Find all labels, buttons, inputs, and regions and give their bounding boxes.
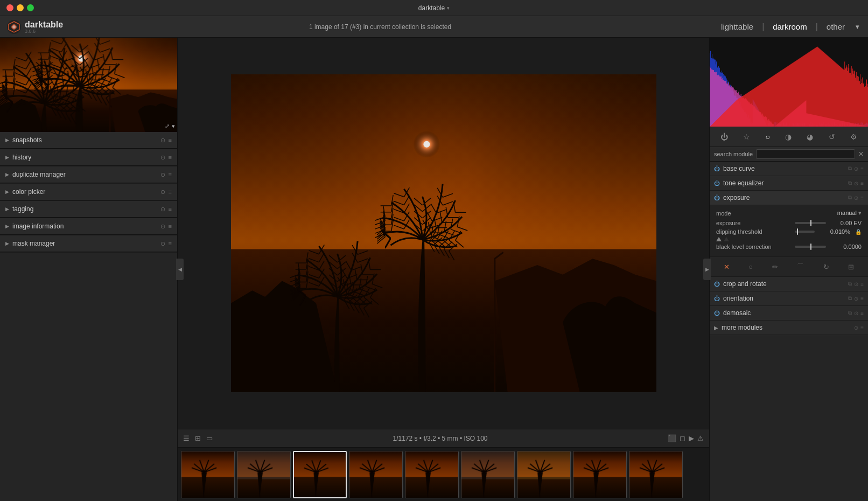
- minimize-button[interactable]: [17, 4, 24, 11]
- demosaic-menu-icon[interactable]: ≡: [860, 310, 864, 316]
- color-display-icon[interactable]: ⬛: [668, 434, 676, 442]
- cp-reset-icon[interactable]: ⊙: [160, 189, 165, 196]
- filmstrip-thumb-8[interactable]: [573, 451, 627, 498]
- base-curve-reset-icon[interactable]: ⊙: [854, 166, 858, 172]
- play-icon[interactable]: ▶: [689, 434, 694, 442]
- warning-icon[interactable]: ⚠: [697, 434, 704, 442]
- more-menu-icon[interactable]: ≡: [860, 325, 864, 331]
- history-header[interactable]: ▶ history ⊙ ≡: [0, 149, 177, 166]
- exposure-multi-icon[interactable]: ⧉: [848, 194, 852, 201]
- exposure-power[interactable]: ⏻: [714, 194, 720, 201]
- mask-reset-icon[interactable]: ⊙: [160, 240, 165, 247]
- history-reset-icon[interactable]: ⊙: [160, 154, 165, 161]
- filmstrip-thumb-6[interactable]: [461, 451, 515, 498]
- tagging-header[interactable]: ▶ tagging ⊙ ≡: [0, 201, 177, 218]
- duplicate-manager-header[interactable]: ▶ duplicate manager ⊙ ≡: [0, 166, 177, 183]
- more-preview-icon[interactable]: ▾: [172, 123, 175, 130]
- exposure-menu-icon[interactable]: ≡: [860, 195, 864, 201]
- demosaic-power[interactable]: ⏻: [714, 310, 720, 316]
- tag-reset-icon[interactable]: ⊙: [160, 206, 165, 213]
- tone-eq-reset-icon[interactable]: ⊙: [854, 180, 858, 186]
- nav-darkroom[interactable]: darkroom: [769, 21, 810, 32]
- brush-draw-tool[interactable]: ✏: [769, 261, 781, 273]
- mode-value[interactable]: manual: [792, 210, 862, 217]
- maximize-button[interactable]: [27, 4, 34, 11]
- image-information-header[interactable]: ▶ image information ⊙ ≡: [0, 218, 177, 235]
- filmstrip-thumb-1[interactable]: [181, 451, 235, 498]
- demosaic-reset-icon[interactable]: ⊙: [854, 310, 858, 316]
- display-icon[interactable]: ▭: [206, 434, 213, 442]
- filmstrip-thumb-3[interactable]: [293, 451, 347, 498]
- orientation-power[interactable]: ⏻: [714, 295, 720, 302]
- dup-reset-icon[interactable]: ⊙: [160, 171, 165, 178]
- tag-menu-icon[interactable]: ≡: [169, 206, 172, 212]
- nav-other[interactable]: other: [823, 21, 848, 32]
- circle-draw-tool[interactable]: ○: [746, 261, 755, 273]
- demosaic-multi-icon[interactable]: ⧉: [848, 310, 852, 316]
- tone-eq-menu-icon[interactable]: ≡: [860, 180, 864, 186]
- menu-icon[interactable]: ☰: [183, 434, 190, 442]
- imginfo-reset-icon[interactable]: ⊙: [160, 223, 165, 230]
- filmstrip-thumb-4[interactable]: [349, 451, 403, 498]
- snapshots-menu-icon[interactable]: ≡: [169, 137, 172, 143]
- base-curve-menu-icon[interactable]: ≡: [860, 166, 864, 172]
- main-photo-canvas[interactable]: [231, 74, 656, 392]
- filmstrip-thumb-5[interactable]: [405, 451, 459, 498]
- warp-draw-tool[interactable]: ↻: [821, 261, 832, 273]
- orientation-multi-icon[interactable]: ⧉: [848, 295, 852, 302]
- overlay-icon[interactable]: ◻: [680, 434, 685, 442]
- nav-dropdown[interactable]: ▾: [853, 22, 862, 32]
- module-exposure[interactable]: ⏻ exposure ⧉ ⊙ ≡: [710, 191, 868, 205]
- exposure-reset-icon[interactable]: ⊙: [854, 195, 858, 201]
- module-base-curve[interactable]: ⏻ base curve ⧉ ⊙ ≡: [710, 162, 868, 176]
- grouping-icon[interactable]: ⊞: [195, 434, 201, 442]
- module-crop-rotate[interactable]: ⏻ crop and rotate ⧉ ⊙ ≡: [710, 277, 868, 291]
- orientation-reset-icon[interactable]: ⊙: [854, 296, 858, 302]
- crop-reset-icon[interactable]: ⊙: [854, 281, 858, 287]
- mask-manager-header[interactable]: ▶ mask manager ⊙ ≡: [0, 235, 177, 252]
- tone-eq-multi-icon[interactable]: ⧉: [848, 180, 852, 186]
- search-clear-icon[interactable]: ✕: [858, 150, 864, 158]
- color-picker-header[interactable]: ▶ color picker ⊙ ≡: [0, 184, 177, 200]
- color-icon[interactable]: ◕: [803, 130, 816, 143]
- clipping-slider[interactable]: [795, 231, 815, 233]
- base-icon[interactable]: ○: [762, 130, 773, 143]
- crop-power[interactable]: ⏻: [714, 281, 720, 287]
- more-modules-row[interactable]: ▶ more modules ⊙ ≡: [710, 321, 868, 335]
- right-sidebar-collapse[interactable]: ▶: [703, 259, 711, 280]
- base-curve-multi-icon[interactable]: ⧉: [848, 165, 852, 172]
- close-button[interactable]: [6, 4, 13, 11]
- cp-menu-icon[interactable]: ≡: [169, 189, 172, 195]
- base-curve-power[interactable]: ⏻: [714, 165, 720, 172]
- tone-eq-power[interactable]: ⏻: [714, 180, 720, 186]
- favorites-icon[interactable]: ☆: [740, 130, 753, 143]
- show-all-icon[interactable]: ⏻: [717, 130, 731, 143]
- left-sidebar-collapse[interactable]: ◀: [176, 259, 184, 280]
- filmstrip-thumb-7[interactable]: [517, 451, 571, 498]
- filmstrip-thumb-2[interactable]: [237, 451, 291, 498]
- correct-icon[interactable]: ↺: [825, 130, 838, 143]
- tone-icon[interactable]: ◑: [782, 130, 795, 143]
- more-reset-icon[interactable]: ⊙: [854, 325, 858, 331]
- exposure-slider[interactable]: [795, 222, 826, 224]
- expand-preview-icon[interactable]: ⤢: [165, 123, 170, 130]
- module-tone-equalizer[interactable]: ⏻ tone equalizer ⧉ ⊙ ≡: [710, 176, 868, 191]
- close-draw-tool[interactable]: ✕: [721, 261, 732, 273]
- snapshots-reset-icon[interactable]: ⊙: [160, 137, 165, 144]
- module-demosaic[interactable]: ⏻ demosaic ⧉ ⊙ ≡: [710, 306, 868, 321]
- history-menu-icon[interactable]: ≡: [169, 154, 172, 161]
- crop-menu-icon[interactable]: ≡: [860, 281, 864, 287]
- filmstrip-thumb-9[interactable]: [629, 451, 683, 498]
- nav-lighttable[interactable]: lighttable: [718, 21, 757, 32]
- clipping-lock-icon[interactable]: 🔒: [855, 229, 862, 235]
- gradient-draw-tool[interactable]: ⊞: [845, 261, 857, 273]
- mask-menu-icon[interactable]: ≡: [169, 240, 172, 247]
- dup-menu-icon[interactable]: ≡: [169, 171, 172, 178]
- path-draw-tool[interactable]: ⌒: [794, 260, 807, 273]
- crop-multi-icon[interactable]: ⧉: [848, 281, 852, 287]
- module-orientation[interactable]: ⏻ orientation ⧉ ⊙ ≡: [710, 291, 868, 306]
- orientation-menu-icon[interactable]: ≡: [860, 296, 864, 302]
- search-module-input[interactable]: [756, 149, 855, 159]
- effects-icon[interactable]: ⚙: [847, 130, 860, 143]
- black-level-slider[interactable]: [795, 246, 826, 248]
